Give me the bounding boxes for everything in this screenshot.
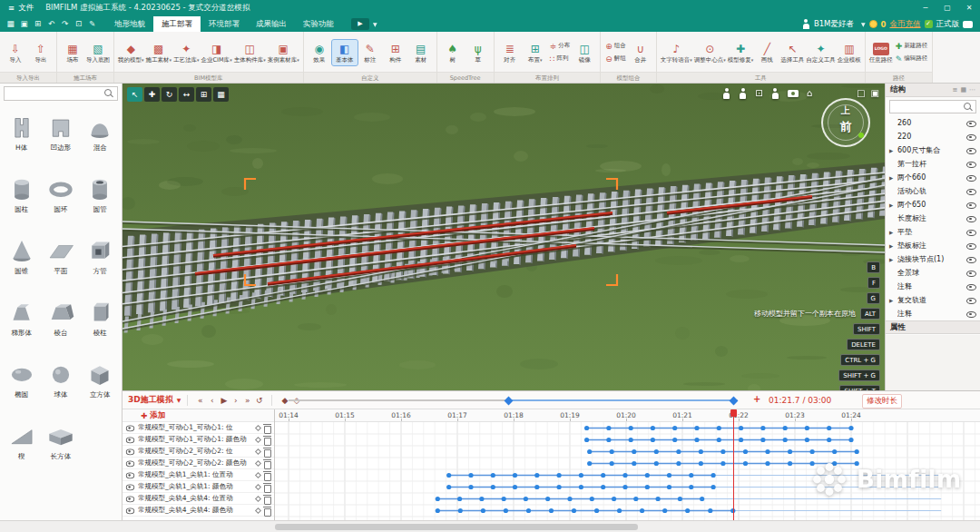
keyframe-dot[interactable] xyxy=(832,449,837,454)
capture-icon[interactable]: ⊡ xyxy=(72,16,85,32)
keyframe-dot[interactable] xyxy=(436,497,440,501)
keyframe-dot[interactable] xyxy=(708,508,712,513)
keyframe-dot[interactable] xyxy=(526,508,531,513)
keyframe-dot[interactable] xyxy=(720,461,725,466)
ribbon-item-draw-line[interactable]: ╱画线 xyxy=(754,40,779,65)
visibility-eye-icon[interactable] xyxy=(966,187,976,196)
maximize-button[interactable]: ▢ xyxy=(936,0,958,16)
shape-torus[interactable]: 圆环 xyxy=(41,174,80,214)
expand-arrow-icon[interactable]: ▶ xyxy=(889,202,896,208)
timeline-track-row[interactable]: 常规模型_尖轨4_尖轨4: 位置动 xyxy=(122,493,274,505)
keyframe-dot[interactable] xyxy=(534,485,539,489)
shape-concave[interactable]: 凹边形 xyxy=(41,113,80,153)
tree-item[interactable]: 注释 xyxy=(886,280,980,293)
tree-item[interactable]: ▶两个650 xyxy=(886,198,980,212)
delete-track-icon[interactable] xyxy=(263,506,271,515)
keyframe-dot[interactable] xyxy=(446,485,451,489)
keyframe-dot[interactable] xyxy=(549,508,554,513)
timeline-track-row[interactable]: 常规模型_尖轨1_尖轨1: 颜色动 xyxy=(122,481,274,493)
keyframe-dot[interactable] xyxy=(632,449,636,454)
keyframe-dot[interactable] xyxy=(629,438,633,442)
keyframe-dot[interactable] xyxy=(654,449,659,454)
keyframe-dot[interactable] xyxy=(656,497,661,501)
keyframe-dot[interactable] xyxy=(524,497,528,501)
shape-plane[interactable]: 平面 xyxy=(41,236,80,276)
keyframe-dot[interactable] xyxy=(601,485,605,489)
keyframe-dot[interactable] xyxy=(491,485,495,489)
ribbon-item-basemap[interactable]: ▧导入底图 xyxy=(85,40,111,65)
search-icon[interactable] xyxy=(964,103,973,112)
horizontal-scrollbar[interactable] xyxy=(275,524,638,530)
playhead[interactable] xyxy=(733,409,735,520)
keyframe-dot[interactable] xyxy=(446,473,451,478)
keyframe-dot[interactable] xyxy=(765,449,769,454)
close-button[interactable]: ✕ xyxy=(958,0,980,16)
ribbon-item-effect[interactable]: ◉效果 xyxy=(307,40,332,65)
timeline-title-dropdown-icon[interactable]: ▼ xyxy=(177,397,181,403)
keyframe-dot[interactable] xyxy=(700,497,704,501)
keyframe-dot[interactable] xyxy=(617,508,622,513)
range-handle-left[interactable] xyxy=(505,396,514,405)
fit-icon[interactable]: □ xyxy=(857,88,865,99)
keyframe-dot[interactable] xyxy=(848,426,853,430)
keyframe-dot[interactable] xyxy=(689,473,693,478)
keyframe-mode-icon[interactable] xyxy=(255,507,261,513)
minimize-button[interactable]: ─ xyxy=(915,0,936,16)
shape-cuboid[interactable]: 长方体 xyxy=(41,421,80,461)
delete-track-icon[interactable] xyxy=(263,482,271,491)
tree-item[interactable]: ▶平垫 xyxy=(886,225,980,239)
keyframe-dot[interactable] xyxy=(699,461,703,466)
keyframe-dot[interactable] xyxy=(645,485,650,489)
loop-icon[interactable]: ↺ xyxy=(253,392,265,409)
visibility-eye-icon[interactable] xyxy=(966,228,976,237)
tree-item[interactable]: 全景球 xyxy=(886,266,980,280)
ribbon-item-material[interactable]: ▩施工素材▾ xyxy=(145,40,173,65)
shape-cube[interactable]: 立方体 xyxy=(81,360,120,399)
visibility-eye-icon[interactable] xyxy=(966,241,976,251)
keyframe-dot[interactable] xyxy=(672,438,677,442)
scale-tool-icon[interactable]: ↔ xyxy=(179,87,194,102)
keyframe-dot[interactable] xyxy=(827,438,831,442)
shape-trapezoid[interactable]: 梯形体 xyxy=(2,298,41,338)
ribbon-item-mirror[interactable]: ◫镜像 xyxy=(572,40,597,65)
keyframe-dot[interactable] xyxy=(622,473,627,478)
keyframe-dot[interactable] xyxy=(612,497,616,501)
tree-item[interactable]: ▶600尺寸集合 xyxy=(886,143,980,157)
keyframe-dot[interactable] xyxy=(513,473,517,478)
visibility-eye-icon[interactable] xyxy=(966,133,976,142)
visibility-eye-icon[interactable] xyxy=(966,310,976,319)
keyframe-dot[interactable] xyxy=(645,473,650,478)
keyframe-dot[interactable] xyxy=(805,438,809,442)
tree-item[interactable]: 长度标注 xyxy=(886,212,980,225)
ribbon-item-tts[interactable]: ♪文字转语音▾ xyxy=(660,40,693,65)
ribbon-item-select-tool[interactable]: ↖选择工具 xyxy=(779,40,805,65)
walk-icon[interactable] xyxy=(722,88,730,99)
keyframe-dot[interactable] xyxy=(711,473,716,478)
user-dropdown-icon[interactable]: ▼ xyxy=(861,21,866,27)
keyframe-dot[interactable] xyxy=(788,461,792,466)
ribbon-item-asset[interactable]: ▤素材 xyxy=(408,40,434,65)
keyframe-dot[interactable] xyxy=(685,508,690,513)
timeline-track-row[interactable]: 常规模型_尖轨1_尖轨1: 位置动 xyxy=(122,469,274,481)
expand-arrow-icon[interactable]: ▶ xyxy=(889,148,896,153)
play-icon[interactable]: ▶ xyxy=(218,392,230,409)
expand-arrow-icon[interactable]: ▶ xyxy=(889,175,896,181)
keyframe-dot[interactable] xyxy=(743,461,748,466)
keyframe-dot[interactable] xyxy=(694,426,699,430)
visibility-eye-icon[interactable] xyxy=(966,269,976,278)
keyframe-dot[interactable] xyxy=(458,508,463,513)
axis-tool-icon[interactable]: ⊞ xyxy=(196,87,211,102)
timeline-track-row[interactable]: 常规模型_可动心1_可动心1: 位 xyxy=(122,422,274,434)
keyframe-dot[interactable] xyxy=(579,485,583,489)
keyframe-dot[interactable] xyxy=(711,485,716,489)
rotate-tool-icon[interactable]: ↻ xyxy=(162,87,177,102)
keyframe-dot[interactable] xyxy=(640,508,644,513)
keyframe-dot[interactable] xyxy=(717,426,721,430)
ribbon-item-annotation[interactable]: ✎标注 xyxy=(358,40,383,65)
timeline-track-row[interactable]: 常规模型_尖轨4_尖轨4: 颜色动 xyxy=(122,505,274,517)
keyframe-dot[interactable] xyxy=(587,449,592,454)
keyframe-dot[interactable] xyxy=(827,426,831,430)
keyframe-dot[interactable] xyxy=(468,485,473,489)
keyframe-dot[interactable] xyxy=(633,497,638,501)
compass-up-label[interactable]: 上 xyxy=(841,104,850,117)
